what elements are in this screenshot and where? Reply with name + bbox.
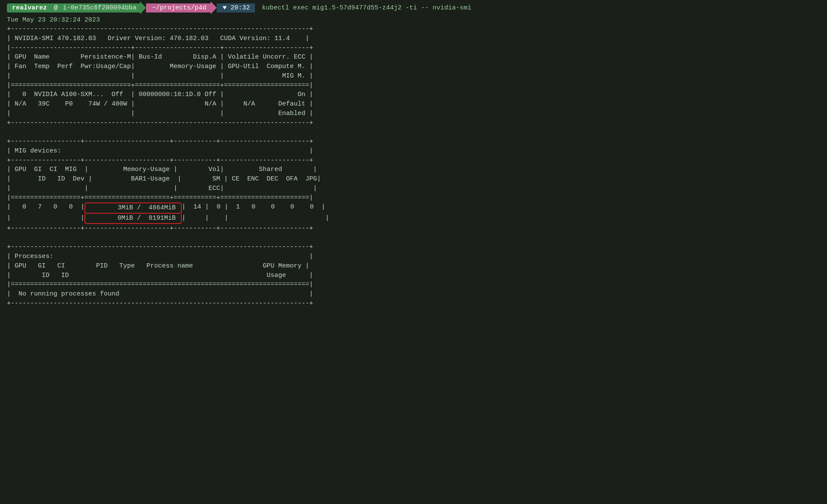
smi-col-header3: | | | MIG M. |: [7, 72, 820, 81]
timestamp-line: Tue May 23 20:32:24 2023: [0, 16, 827, 25]
shell-command: kubectl exec mig1.5-57d9477d55-z44j2 -ti…: [255, 3, 478, 12]
spacer1: [7, 128, 820, 137]
mig-memory-highlight: 3MiB / 4864MiB: [84, 202, 182, 214]
proc-no-processes: | No running processes found |: [7, 289, 820, 299]
mig-col-header2: | ID ID Dev | BAR1-Usage | SM | CE ENC D…: [7, 174, 820, 184]
mig-sep-equals: |==================+====================…: [7, 193, 820, 203]
smi-version-line: | NVIDIA-SMI 470.182.03 Driver Version: …: [7, 34, 820, 44]
smi-header-border-top: +---------------------------------------…: [7, 25, 820, 34]
mig-separator: +------------------+--------------------…: [7, 156, 820, 165]
git-branch: ♥ 20:32: [217, 3, 255, 12]
terminal-window: realvarez @ i-0e735c6f200094bba ~/projec…: [0, 0, 827, 504]
title-bar: realvarez @ i-0e735c6f200094bba ~/projec…: [0, 0, 827, 16]
username: realvarez: [7, 3, 52, 12]
mig-row-prefix: | 0 7 0 0 |: [7, 202, 84, 212]
mig-row-suffix2: | | | |: [182, 214, 329, 223]
smi-col-header1: | GPU Name Persistence-M| Bus-Id Disp.A …: [7, 53, 820, 62]
proc-header-border: +---------------------------------------…: [7, 243, 820, 252]
smi-separator: |-------------------------------+-------…: [7, 44, 820, 53]
smi-gpu-row3: | | | Enabled |: [7, 109, 820, 118]
proc-footer-border: +---------------------------------------…: [7, 299, 820, 308]
mig-bar1-highlight: 0MiB / 8191MiB: [84, 214, 182, 224]
mig-footer-border: +------------------+--------------------…: [7, 224, 820, 233]
mig-row-suffix1: | 14 | 0 | 1 0 0 0 0 |: [182, 202, 325, 212]
smi-footer-border: +---------------------------------------…: [7, 118, 820, 128]
mig-row-prefix2: | |: [7, 214, 84, 223]
current-path: ~/projects/p4d: [146, 3, 211, 12]
arrow1-icon: [140, 1, 146, 14]
mig-data-row1: | 0 7 0 0 | 3MiB / 4864MiB | 14 | 0 | 1 …: [7, 202, 820, 214]
heart-icon: ♥: [223, 4, 227, 12]
mig-col-header1: | GPU GI CI MIG | Memory-Usage | Vol| Sh…: [7, 165, 820, 174]
smi-col-header2: | Fan Temp Perf Pwr:Usage/Cap| Memory-Us…: [7, 62, 820, 72]
arrow2-icon: [211, 1, 217, 14]
proc-col-header1: | GPU GI CI PID Type Process name GPU Me…: [7, 261, 820, 271]
spacer2: [7, 233, 820, 243]
proc-sep-equals: |=======================================…: [7, 280, 820, 289]
time-display: 20:32: [230, 4, 250, 12]
proc-col-header2: | ID ID Usage |: [7, 271, 820, 280]
hostname: i-0e735c6f200094bba: [59, 3, 140, 12]
smi-sep-equals: |===============================+=======…: [7, 81, 820, 90]
mig-data-row2: | | 0MiB / 8191MiB | | | |: [7, 214, 820, 224]
smi-gpu-row2: | N/A 39C P0 74W / 400W | N/A | N/A Defa…: [7, 100, 820, 109]
mig-title: | MIG devices: |: [7, 146, 820, 156]
at-symbol: @: [52, 3, 59, 12]
smi-gpu-row1: | 0 NVIDIA A100-SXM... Off | 00000000:10…: [7, 90, 820, 100]
terminal-content: +---------------------------------------…: [0, 25, 827, 308]
proc-title: | Processes: |: [7, 252, 820, 261]
mig-header-border: +------------------+--------------------…: [7, 137, 820, 146]
mig-col-header3: | | | ECC| |: [7, 184, 820, 193]
